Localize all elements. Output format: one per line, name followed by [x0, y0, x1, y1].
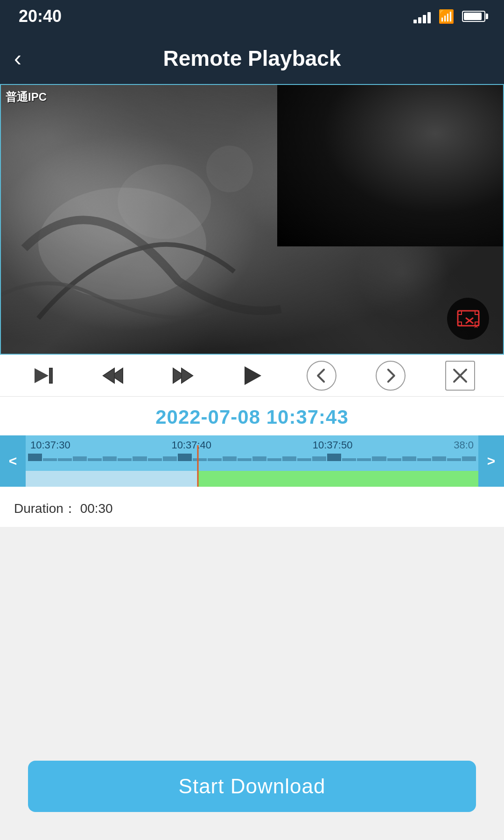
timeline-scroll-right[interactable]: >	[478, 435, 504, 487]
status-time: 20:40	[19, 7, 62, 26]
start-download-button[interactable]: Start Download	[28, 761, 476, 812]
duration-value: 00:30	[80, 501, 113, 516]
back-button[interactable]: ‹	[14, 47, 21, 70]
close-button[interactable]	[444, 359, 476, 392]
video-player[interactable]: 普通IPC ×	[0, 84, 504, 355]
svg-marker-14	[103, 368, 114, 383]
playhead-cursor[interactable]	[197, 445, 198, 487]
progress-fill	[198, 471, 478, 487]
next-button[interactable]	[374, 359, 407, 392]
signal-icon	[413, 9, 431, 23]
timeline-scroll-left[interactable]: <	[0, 435, 26, 487]
download-section: Start Download	[0, 742, 504, 840]
video-overlay-svg	[1, 85, 503, 354]
skip-end-button[interactable]	[28, 359, 60, 392]
svg-rect-12	[49, 368, 52, 383]
timeline-ticks	[26, 452, 478, 461]
timeline-wrapper[interactable]: < 10:37:30 10:37:40 10:37:50 38:0	[0, 435, 504, 487]
svg-point-1	[118, 164, 211, 239]
svg-point-2	[206, 146, 253, 192]
timeline-labels: 10:37:30 10:37:40 10:37:50 38:0	[26, 439, 478, 451]
svg-marker-11	[35, 368, 49, 383]
play-button[interactable]	[236, 359, 268, 392]
wifi-icon: 📶	[438, 9, 455, 24]
duration-label: Duration： 00:30	[14, 501, 113, 516]
clip-icon-button[interactable]: ×	[447, 298, 489, 340]
timeline-inner[interactable]: 10:37:30 10:37:40 10:37:50 38:0	[26, 435, 478, 487]
svg-marker-16	[182, 368, 193, 383]
prev-button[interactable]	[305, 359, 338, 392]
status-icons: 📶	[413, 9, 485, 24]
timestamp-display: 2022-07-08 10:37:43	[155, 406, 349, 428]
page-title: Remote Playback	[163, 46, 341, 71]
timeline-label-1: 10:37:40	[171, 439, 211, 451]
duration-row: Duration： 00:30	[0, 491, 504, 527]
playback-controls	[0, 355, 504, 397]
clip-icon-svg: ×	[455, 306, 481, 332]
svg-marker-17	[245, 366, 261, 385]
header: ‹ Remote Playback	[0, 33, 504, 84]
timeline-label-2: 10:37:50	[313, 439, 353, 451]
fast-forward-button[interactable]	[166, 359, 199, 392]
timeline-label-3: 38:0	[454, 439, 474, 451]
status-bar: 20:40 📶	[0, 0, 504, 33]
timestamp-row: 2022-07-08 10:37:43	[0, 397, 504, 435]
rewind-button[interactable]	[97, 359, 130, 392]
battery-icon	[462, 11, 485, 22]
camera-label: 普通IPC	[6, 90, 47, 105]
timeline-container: < 10:37:30 10:37:40 10:37:50 38:0	[0, 435, 504, 491]
video-background	[1, 85, 503, 354]
svg-text:×: ×	[474, 322, 478, 330]
timeline-label-0: 10:37:30	[30, 439, 70, 451]
timeline-progress-bar[interactable]	[26, 471, 478, 487]
